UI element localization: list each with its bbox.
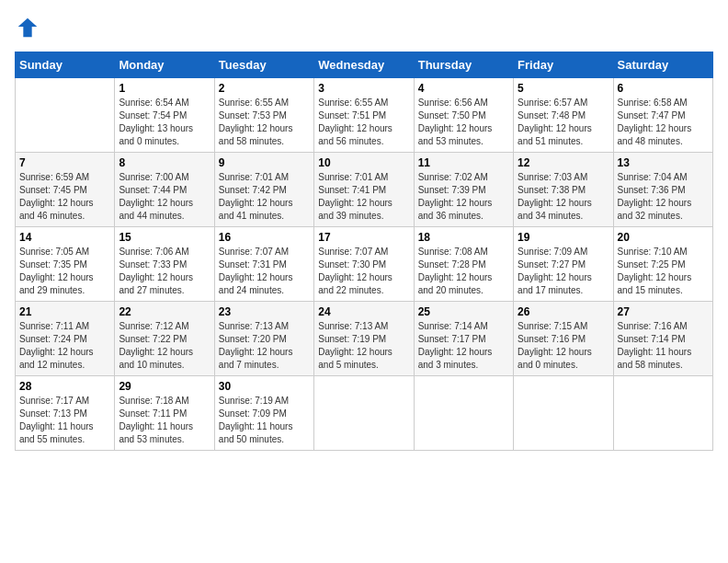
day-number: 1 [119,82,210,95]
calendar-cell: 21 Sunrise: 7:11 AMSunset: 7:24 PMDaylig… [16,302,115,376]
day-number: 11 [418,156,509,169]
calendar-cell: 17 Sunrise: 7:07 AMSunset: 7:30 PMDaylig… [314,227,414,302]
header-wednesday: Wednesday [314,52,414,78]
calendar-cell: 2 Sunrise: 6:55 AMSunset: 7:53 PMDayligh… [214,78,313,153]
day-number: 14 [19,231,110,244]
day-info: Sunrise: 7:15 AMSunset: 7:16 PMDaylight:… [518,320,609,372]
day-info: Sunrise: 7:01 AMSunset: 7:41 PMDaylight:… [318,171,409,223]
calendar-cell: 1 Sunrise: 6:54 AMSunset: 7:54 PMDayligh… [115,78,214,153]
calendar-cell: 3 Sunrise: 6:55 AMSunset: 7:51 PMDayligh… [314,78,414,153]
day-info: Sunrise: 7:10 AMSunset: 7:25 PMDaylight:… [618,246,709,297]
calendar-cell: 25 Sunrise: 7:14 AMSunset: 7:17 PMDaylig… [414,302,513,376]
day-number: 18 [418,231,509,244]
day-info: Sunrise: 7:03 AMSunset: 7:38 PMDaylight:… [518,171,609,223]
day-info: Sunrise: 7:04 AMSunset: 7:36 PMDaylight:… [618,171,709,223]
day-number: 9 [219,156,310,169]
day-info: Sunrise: 7:13 AMSunset: 7:20 PMDaylight:… [219,320,310,372]
calendar-cell [514,376,613,451]
day-info: Sunrise: 7:02 AMSunset: 7:39 PMDaylight:… [418,171,509,223]
calendar-cell: 9 Sunrise: 7:01 AMSunset: 7:42 PMDayligh… [214,153,313,227]
day-info: Sunrise: 7:19 AMSunset: 7:09 PMDaylight:… [219,395,310,446]
day-info: Sunrise: 7:06 AMSunset: 7:33 PMDaylight:… [119,246,210,297]
day-info: Sunrise: 6:57 AMSunset: 7:48 PMDaylight:… [518,97,609,148]
calendar-cell: 28 Sunrise: 7:17 AMSunset: 7:13 PMDaylig… [16,376,115,451]
day-info: Sunrise: 7:16 AMSunset: 7:14 PMDaylight:… [618,320,709,372]
day-number: 26 [518,305,609,318]
calendar-cell: 5 Sunrise: 6:57 AMSunset: 7:48 PMDayligh… [514,78,613,153]
calendar-cell [613,376,712,451]
calendar-cell: 13 Sunrise: 7:04 AMSunset: 7:36 PMDaylig… [613,153,712,227]
page-header [15,15,713,40]
calendar-cell: 6 Sunrise: 6:58 AMSunset: 7:47 PMDayligh… [613,78,712,153]
calendar-cell: 23 Sunrise: 7:13 AMSunset: 7:20 PMDaylig… [214,302,313,376]
day-number: 28 [19,380,110,393]
day-info: Sunrise: 7:12 AMSunset: 7:22 PMDaylight:… [119,320,210,372]
day-info: Sunrise: 7:09 AMSunset: 7:27 PMDaylight:… [518,246,609,297]
header-thursday: Thursday [414,52,513,78]
week-row-2: 14 Sunrise: 7:05 AMSunset: 7:35 PMDaylig… [16,227,713,302]
day-number: 4 [418,82,509,95]
calendar-cell: 20 Sunrise: 7:10 AMSunset: 7:25 PMDaylig… [613,227,712,302]
day-number: 13 [618,156,709,169]
calendar-cell: 29 Sunrise: 7:18 AMSunset: 7:11 PMDaylig… [115,376,214,451]
calendar-cell: 22 Sunrise: 7:12 AMSunset: 7:22 PMDaylig… [115,302,214,376]
calendar-cell: 7 Sunrise: 6:59 AMSunset: 7:45 PMDayligh… [16,153,115,227]
week-row-4: 28 Sunrise: 7:17 AMSunset: 7:13 PMDaylig… [16,376,713,451]
calendar-cell [16,78,115,153]
day-info: Sunrise: 7:01 AMSunset: 7:42 PMDaylight:… [219,171,310,223]
day-number: 17 [318,231,409,244]
day-info: Sunrise: 7:17 AMSunset: 7:13 PMDaylight:… [19,395,110,446]
calendar-header: SundayMondayTuesdayWednesdayThursdayFrid… [16,52,713,78]
calendar-cell: 24 Sunrise: 7:13 AMSunset: 7:19 PMDaylig… [314,302,414,376]
week-row-3: 21 Sunrise: 7:11 AMSunset: 7:24 PMDaylig… [16,302,713,376]
calendar-cell: 8 Sunrise: 7:00 AMSunset: 7:44 PMDayligh… [115,153,214,227]
day-number: 10 [318,156,409,169]
header-sunday: Sunday [16,52,115,78]
day-number: 27 [618,305,709,318]
day-number: 24 [318,305,409,318]
calendar-cell: 10 Sunrise: 7:01 AMSunset: 7:41 PMDaylig… [314,153,414,227]
svg-marker-0 [18,18,38,38]
day-number: 23 [219,305,310,318]
calendar-cell: 18 Sunrise: 7:08 AMSunset: 7:28 PMDaylig… [414,227,513,302]
day-number: 22 [119,305,210,318]
calendar-cell: 15 Sunrise: 7:06 AMSunset: 7:33 PMDaylig… [115,227,214,302]
week-row-1: 7 Sunrise: 6:59 AMSunset: 7:45 PMDayligh… [16,153,713,227]
header-row: SundayMondayTuesdayWednesdayThursdayFrid… [16,52,713,78]
week-row-0: 1 Sunrise: 6:54 AMSunset: 7:54 PMDayligh… [16,78,713,153]
calendar-cell: 30 Sunrise: 7:19 AMSunset: 7:09 PMDaylig… [214,376,313,451]
calendar-cell: 19 Sunrise: 7:09 AMSunset: 7:27 PMDaylig… [514,227,613,302]
day-number: 30 [219,380,310,393]
day-info: Sunrise: 6:59 AMSunset: 7:45 PMDaylight:… [19,171,110,223]
logo-icon [15,15,40,40]
day-number: 12 [518,156,609,169]
calendar-cell: 14 Sunrise: 7:05 AMSunset: 7:35 PMDaylig… [16,227,115,302]
header-friday: Friday [514,52,613,78]
day-info: Sunrise: 7:07 AMSunset: 7:30 PMDaylight:… [318,246,409,297]
header-tuesday: Tuesday [214,52,313,78]
day-number: 7 [19,156,110,169]
day-info: Sunrise: 7:05 AMSunset: 7:35 PMDaylight:… [19,246,110,297]
day-number: 25 [418,305,509,318]
day-number: 29 [119,380,210,393]
day-number: 3 [318,82,409,95]
day-info: Sunrise: 7:18 AMSunset: 7:11 PMDaylight:… [119,395,210,446]
day-info: Sunrise: 6:58 AMSunset: 7:47 PMDaylight:… [618,97,709,148]
day-number: 20 [618,231,709,244]
day-number: 16 [219,231,310,244]
day-number: 5 [518,82,609,95]
calendar-body: 1 Sunrise: 6:54 AMSunset: 7:54 PMDayligh… [16,78,713,451]
logo [15,15,44,40]
day-info: Sunrise: 6:55 AMSunset: 7:53 PMDaylight:… [219,97,310,148]
day-info: Sunrise: 7:13 AMSunset: 7:19 PMDaylight:… [318,320,409,372]
day-number: 8 [119,156,210,169]
header-monday: Monday [115,52,214,78]
day-number: 15 [119,231,210,244]
calendar-cell: 26 Sunrise: 7:15 AMSunset: 7:16 PMDaylig… [514,302,613,376]
calendar-cell: 4 Sunrise: 6:56 AMSunset: 7:50 PMDayligh… [414,78,513,153]
day-info: Sunrise: 6:55 AMSunset: 7:51 PMDaylight:… [318,97,409,148]
calendar-cell: 27 Sunrise: 7:16 AMSunset: 7:14 PMDaylig… [613,302,712,376]
day-number: 2 [219,82,310,95]
day-info: Sunrise: 7:08 AMSunset: 7:28 PMDaylight:… [418,246,509,297]
day-info: Sunrise: 6:56 AMSunset: 7:50 PMDaylight:… [418,97,509,148]
